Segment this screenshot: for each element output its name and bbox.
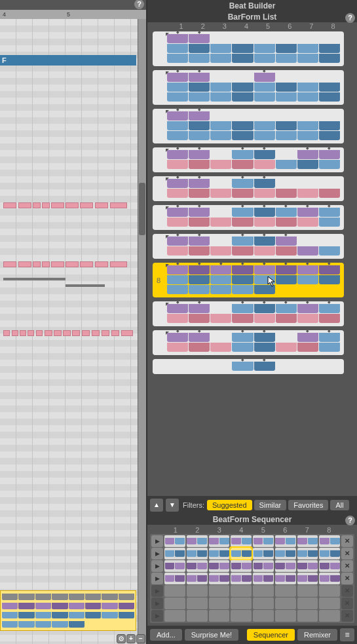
sequencer-cell[interactable] [275,535,296,547]
note-segment[interactable] [80,261,93,267]
note-segment[interactable] [66,202,79,208]
sequencer-cell[interactable] [297,597,318,609]
barform-list[interactable]: 8 [147,30,357,496]
help-icon[interactable]: ? [345,13,355,23]
sequencer-cell[interactable] [231,573,252,584]
row-play-button[interactable]: ▶ [151,535,163,547]
barform-item[interactable] [153,176,344,201]
note-segment[interactable] [51,261,64,267]
sequencer-cell[interactable] [275,597,296,609]
remixer-tab-button[interactable]: Remixer [297,629,337,641]
sequencer-cell[interactable] [209,548,230,559]
sequencer-cell[interactable] [231,548,252,559]
time-ruler[interactable]: 4 5 [0,10,146,19]
filters-up-button[interactable]: ▲ [150,499,163,512]
sequencer-cell[interactable] [187,585,208,597]
filter-all-button[interactable]: All [330,500,348,510]
row-clear-button[interactable]: ✕ [341,535,353,547]
row-play-button[interactable]: ▶ [151,560,163,572]
sequencer-cell[interactable] [253,573,274,584]
barform-item[interactable] [153,359,344,374]
sequencer-cell[interactable] [164,535,185,547]
sequencer-cell[interactable] [253,610,274,622]
sequencer-cell[interactable] [319,610,340,622]
sequencer-cell[interactable] [164,560,185,572]
scrollbar-thumb[interactable] [139,183,145,235]
note-segment[interactable] [20,330,26,336]
zoom-out-button[interactable]: − [136,634,145,643]
note-segment[interactable] [92,330,100,336]
note-segment[interactable] [110,261,127,267]
sequencer-cell[interactable] [297,560,318,572]
sequencer-cell[interactable] [209,597,230,609]
sequencer-cell[interactable] [275,573,296,584]
note-segment[interactable] [63,330,71,336]
zoom-search-button[interactable]: ⊙ [117,634,126,643]
barform-item[interactable] [153,147,344,172]
sequencer-cell[interactable] [164,548,185,559]
note-segment[interactable] [18,261,31,267]
note-segment[interactable] [102,330,109,336]
sequencer-cell[interactable] [187,560,208,572]
vertical-scrollbar[interactable] [138,19,146,644]
note-grid[interactable]: F ⊙ + − [0,19,146,644]
sequencer-cell[interactable] [231,585,252,597]
sequencer-cell[interactable] [164,573,185,584]
note-segment[interactable] [95,261,108,267]
note-segment[interactable] [51,202,64,208]
sequencer-cell[interactable] [253,548,274,559]
note-segment[interactable] [33,261,41,267]
sequencer-cell[interactable] [319,560,340,572]
sequencer-cell[interactable] [319,585,340,597]
note-segment[interactable] [28,330,34,336]
barform-item[interactable] [153,234,344,259]
sequencer-cell[interactable] [275,610,296,622]
sequencer-cell[interactable] [297,535,318,547]
note-segment[interactable] [80,202,93,208]
note-segment[interactable] [42,202,50,208]
sequencer-tab-button[interactable]: Sequencer [247,629,295,641]
sequencer-cell[interactable] [253,560,274,572]
track-label[interactable]: F [0,55,136,66]
sequencer-cell[interactable] [209,610,230,622]
sequencer-cell[interactable] [187,610,208,622]
note-segment[interactable] [66,261,79,267]
note-segment[interactable] [18,202,31,208]
sequencer-cell[interactable] [297,573,318,584]
sequencer-cell[interactable] [297,585,318,597]
surprise-me-button[interactable]: Surprise Me! [185,629,238,641]
sequencer-cell[interactable] [164,597,185,609]
note-segment[interactable] [111,330,119,336]
barform-item[interactable]: 8 [153,263,344,297]
add-button[interactable]: Add... [150,629,182,641]
sequencer-cell[interactable] [187,573,208,584]
sequencer-cell[interactable] [231,610,252,622]
sequencer-cell[interactable] [319,548,340,559]
note-segment[interactable] [95,202,108,208]
row-play-button[interactable]: ▶ [151,573,163,584]
filter-suggested-button[interactable]: Suggested [207,500,252,510]
sequencer-cell[interactable] [275,560,296,572]
row-clear-button[interactable]: ✕ [341,560,353,572]
sequencer-cell[interactable] [164,610,185,622]
sequencer-cell[interactable] [319,535,340,547]
sequencer-cell[interactable] [253,597,274,609]
sequencer-cell[interactable] [275,585,296,597]
sequencer-cell[interactable] [253,585,274,597]
sequencer-cell[interactable] [164,585,185,597]
note-segment[interactable] [54,330,62,336]
sequencer-cell[interactable] [209,535,230,547]
note-segment[interactable] [82,330,90,336]
sequencer-cell[interactable] [297,610,318,622]
barform-item[interactable] [153,330,344,355]
sequencer-cell[interactable] [209,560,230,572]
filter-favorites-button[interactable]: Favorites [288,500,328,510]
sequencer-cell[interactable] [187,548,208,559]
sequencer-cell[interactable] [209,585,230,597]
sequencer-cell[interactable] [275,548,296,559]
note-segment[interactable] [33,202,41,208]
sequencer-cell[interactable] [297,548,318,559]
note-segment[interactable] [12,330,18,336]
row-clear-button[interactable]: ✕ [341,573,353,584]
row-clear-button[interactable]: ✕ [341,548,353,559]
